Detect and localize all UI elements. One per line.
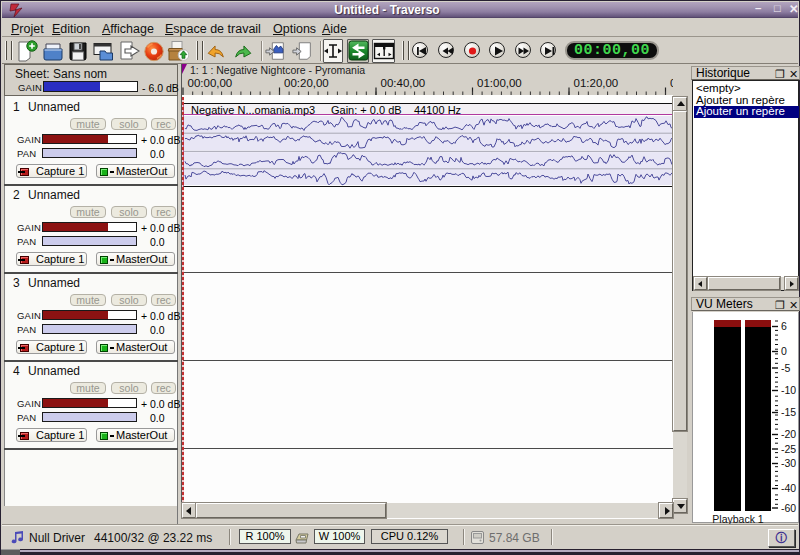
- svg-text:-10: -10: [781, 384, 796, 396]
- svg-text:-25: -25: [781, 443, 796, 455]
- svg-text:-15: -15: [781, 406, 796, 418]
- svg-text:6: 6: [781, 320, 787, 332]
- svg-text:-5: -5: [781, 362, 790, 374]
- svg-text:-20: -20: [781, 428, 796, 440]
- svg-text:0: 0: [781, 345, 787, 357]
- svg-text:-60: -60: [781, 502, 796, 514]
- svg-text:-40: -40: [781, 482, 796, 494]
- svg-text:-30: -30: [781, 457, 796, 469]
